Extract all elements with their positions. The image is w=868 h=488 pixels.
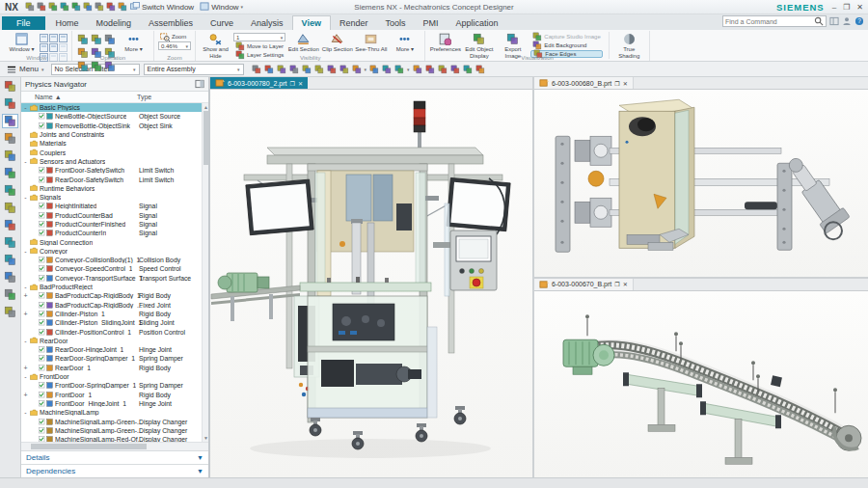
tree-expander[interactable]: + — [21, 392, 30, 398]
ribbon-tab-home[interactable]: Home — [47, 16, 88, 30]
orient-top-icon[interactable] — [76, 33, 89, 45]
tree-item-row[interactable]: +BadProductCap-RigidBody_1Rigid Body — [21, 291, 202, 300]
reuse-library-icon[interactable] — [2, 166, 18, 180]
tree-expander[interactable]: - — [21, 409, 30, 416]
dependencies-section-header[interactable]: Dependencies▼ — [21, 464, 208, 477]
3d-viewport-top-right[interactable] — [534, 90, 868, 277]
see-thru-all-button[interactable]: See-Thru All — [355, 32, 387, 53]
tree-item-row[interactable]: Conveyor-TransportSurface_1Transport Sur… — [21, 274, 202, 283]
ribbon-tab-view[interactable]: View — [292, 15, 331, 30]
restore-button[interactable]: ❐ — [843, 3, 850, 12]
tree-expander[interactable]: - — [21, 284, 30, 290]
dock-panel-icon[interactable] — [195, 79, 204, 89]
tree-expander[interactable]: - — [21, 158, 30, 165]
point-on-face-icon[interactable] — [382, 65, 392, 74]
ribbon-tab-modeling[interactable]: Modeling — [88, 16, 141, 30]
3d-viewport-main[interactable] — [210, 90, 532, 477]
roles-gear-icon[interactable] — [2, 79, 18, 94]
tree-item-row[interactable]: RearDoor-SpringDamper_1Spring Damper — [21, 354, 202, 363]
tree-item-row[interactable]: MachineSignalLamp-Green-...Display Chang… — [21, 426, 202, 435]
help-globe-icon[interactable]: ? — [854, 16, 864, 26]
mid-point-icon[interactable] — [289, 65, 299, 74]
ribbon-tab-render[interactable]: Render — [331, 16, 377, 30]
process-studio-icon[interactable] — [2, 235, 18, 250]
orient-iso-icon[interactable] — [103, 33, 116, 45]
main-viewport-tab[interactable]: 6-003-000780_2.prt ❐ ✕ — [210, 77, 308, 89]
tree-item-row[interactable]: FrontDoor_HingeJoint_1Hinge Joint — [21, 399, 202, 408]
cut-icon[interactable] — [60, 2, 69, 12]
capture-studio-image-button[interactable]: Capture Studio Image — [530, 33, 602, 41]
select-all-icon[interactable] — [252, 65, 261, 74]
command-finder-input[interactable] — [725, 18, 814, 25]
end-point-icon[interactable] — [277, 65, 286, 74]
menu-button[interactable]: Menu▾ — [4, 64, 47, 75]
save-icon[interactable] — [25, 2, 35, 12]
wireframe-icon[interactable] — [425, 65, 435, 74]
ribbon-tab-application[interactable]: Application — [448, 16, 507, 30]
tree-vertical-scrollbar[interactable]: ▲ ▼ — [202, 103, 208, 442]
tree-item-row[interactable]: RearDoor-SafetySwitchLimit Switch — [21, 175, 202, 183]
existing-point-icon[interactable] — [352, 65, 362, 74]
edit-section-button[interactable]: Edit Section — [287, 32, 319, 53]
tree-item-row[interactable]: MachineSignalLamp-Green-...Display Chang… — [21, 417, 202, 425]
rotate-view-icon[interactable] — [76, 60, 89, 72]
selection-scope-combo[interactable]: Entire Assembly▾ — [144, 64, 244, 75]
physics-navigator-icon[interactable] — [2, 114, 18, 128]
tree-item-row[interactable]: +Cilinder-Piston_1Rigid Body — [21, 310, 202, 318]
tree-expander[interactable]: + — [21, 292, 30, 299]
close-button[interactable]: ✕ — [856, 3, 863, 12]
tree-item-row[interactable]: RearDoor-HingeJoint_1Hinge Joint — [21, 345, 202, 354]
zoom-value-combo[interactable]: 0.46%▾ — [158, 41, 191, 50]
intersection-icon[interactable] — [314, 65, 324, 74]
top-right-viewport-tab[interactable]: 6-003-000680_B.prt ❐ ✕ — [534, 77, 634, 89]
ribbon-tab-analysis[interactable]: Analysis — [242, 16, 292, 30]
orient-front-icon[interactable] — [90, 33, 102, 45]
repeat-command-icon[interactable] — [118, 2, 127, 12]
tree-item-row[interactable]: BadProductCap-RigidBody_...Fixed Joint — [21, 301, 202, 310]
tree-expander[interactable]: - — [21, 194, 30, 201]
bounded-plane-icon[interactable] — [394, 65, 404, 74]
tree-folder-row[interactable]: Runtime Behaviors — [21, 184, 202, 193]
arc-center-icon[interactable] — [327, 65, 337, 74]
tree-item-row[interactable]: ProductCounterInSignal — [21, 229, 202, 237]
tree-item-row[interactable]: NewBottle-ObjectSourceObject Source — [21, 112, 202, 121]
navigator-column-headers[interactable]: Name ▲ Type — [21, 92, 208, 103]
panel-toggle-icon[interactable] — [829, 16, 839, 26]
bottom-right-viewport-tab[interactable]: 6-003-000670_B.prt ❐ ✕ — [534, 279, 634, 290]
tree-item-row[interactable]: ProductCounterFinishedSignal — [21, 220, 202, 229]
tree-item-row[interactable]: MachineSignalLamp-Red-Of...Display Chang… — [21, 435, 202, 442]
tree-expander[interactable]: - — [21, 373, 30, 380]
preferences-button[interactable]: Preferences — [429, 32, 461, 53]
pan-view-icon[interactable] — [90, 60, 102, 72]
tree-folder-row[interactable]: Signal Connection — [21, 237, 202, 246]
minimize-button[interactable]: – — [832, 3, 836, 12]
quadrant-point-icon[interactable] — [339, 65, 349, 74]
close-tab-icon[interactable]: ✕ — [298, 80, 303, 87]
tree-item-row[interactable]: Conveyor-SpeedControl_1Speed Control — [21, 264, 202, 273]
perspective-icon[interactable] — [103, 60, 116, 72]
tree-expander[interactable]: + — [21, 365, 30, 371]
tree-expander[interactable]: + — [21, 311, 30, 317]
float-window-icon[interactable]: ❐ — [290, 80, 295, 87]
snap-point-icon[interactable] — [264, 65, 274, 74]
tree-item-row[interactable]: Cilinder-Piston_SlidingJoint_1Sliding Jo… — [21, 318, 202, 327]
window-menu-button[interactable]: Window ▾ — [200, 2, 243, 12]
tree-folder-row[interactable]: -MachineSignalLamp — [21, 408, 202, 417]
window-button[interactable]: Window ▾ — [6, 32, 38, 53]
assembly-navigator-icon[interactable] — [2, 96, 18, 111]
tree-item-row[interactable]: ProductCounterBadSignal — [21, 211, 202, 220]
tree-item-row[interactable]: FrontDoor-SpringDamper_1Spring Damper — [21, 381, 202, 390]
rotate-icon[interactable] — [475, 65, 485, 74]
ribbon-tab-tools[interactable]: Tools — [377, 16, 415, 30]
manufacturing-wizard-icon[interactable] — [2, 253, 18, 267]
clip-section-button[interactable]: Clip Section — [321, 32, 353, 53]
tree-folder-row[interactable]: Materials — [21, 139, 202, 148]
tree-folder-row[interactable]: Joints and Constraints — [21, 130, 202, 139]
fit-view-icon[interactable] — [450, 65, 460, 74]
tree-folder-row[interactable]: -BadProductReject — [21, 283, 202, 291]
constraint-navigator-icon[interactable] — [2, 131, 18, 146]
visibility-more-button[interactable]: More ▾ — [389, 32, 420, 53]
close-tab-icon[interactable]: ✕ — [623, 281, 628, 287]
user-icon[interactable] — [842, 16, 852, 26]
tree-folder-row[interactable]: -FrontDoor — [21, 372, 202, 381]
